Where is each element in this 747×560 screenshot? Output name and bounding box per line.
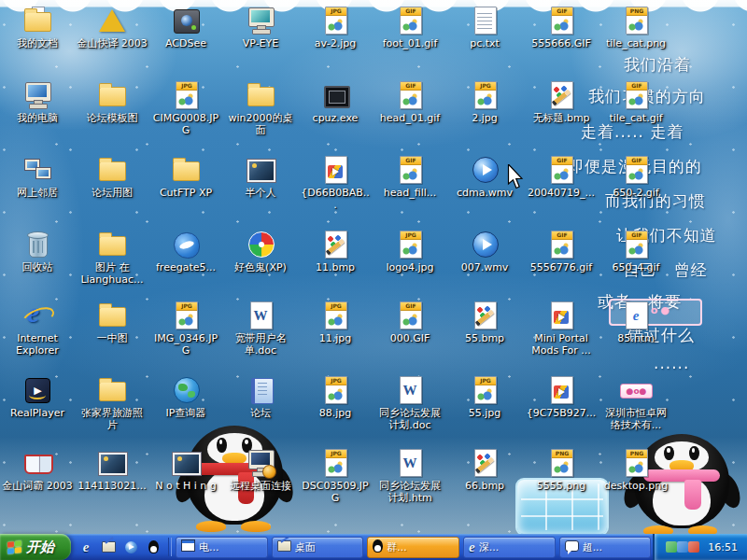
desktop-icon[interactable]: GIFhead_fill... <box>374 155 445 199</box>
desktop: 我们沿着我们习惯的方向走着..... 走着即便是漫无目的的而我们的习惯让我们不知… <box>0 0 747 560</box>
task-button[interactable]: 超... <box>559 537 652 558</box>
folder-icon <box>96 80 128 110</box>
bmp-icon <box>319 230 351 259</box>
desktop-icon[interactable]: {9C75B927... <box>526 375 597 419</box>
desktop-icon[interactable]: 无标题.bmp <box>526 80 597 124</box>
desktop-icon[interactable]: Mini Portal Mods For ... <box>526 301 597 357</box>
desktop-icon[interactable]: {D66B0BAB... <box>300 155 371 211</box>
tray-antivirus-icon[interactable] <box>666 541 677 553</box>
desktop-icon[interactable]: JPGCIMG0008.JPG <box>150 80 221 136</box>
desktop-icon[interactable]: 回收站 <box>2 230 73 273</box>
desktop-icon[interactable]: GIFfoot_01.gif <box>374 6 445 49</box>
folder-icon <box>96 301 128 330</box>
desktop-icon[interactable]: PNGtile_cat.png <box>600 6 671 49</box>
desktop-icon[interactable]: 好色鬼(XP) <box>225 230 296 273</box>
desktop-icon[interactable]: 图片 在 Lianghuac... <box>77 230 148 286</box>
desktop-icon[interactable]: ▶RealPlayer <box>2 375 73 419</box>
ie-icon: e <box>469 539 475 555</box>
task-button[interactable]: 电... <box>176 537 268 558</box>
desktop-icon[interactable]: e85.htm <box>600 301 671 344</box>
taskbar-clock[interactable]: 16:51 <box>708 541 738 553</box>
desktop-icon[interactable]: freegate5... <box>150 230 221 273</box>
desktop-icon[interactable]: 金山快译 2003 <box>77 6 148 49</box>
tray-alert-icon[interactable] <box>688 541 699 553</box>
desktop-icon[interactable]: W宽带用户名单.doc <box>225 301 296 357</box>
folder-icon <box>96 230 128 259</box>
desktop-icon[interactable]: GIFhead_01.gif <box>374 80 445 124</box>
desktop-icon[interactable]: W同乡论坛发展计划.doc <box>374 375 445 431</box>
desktop-icon[interactable]: 远程桌面连接 <box>225 448 296 492</box>
icon-label: 一中图 <box>97 332 128 344</box>
desktop-icon[interactable]: 007.wmv <box>449 230 520 273</box>
tray-messenger-icon[interactable] <box>677 541 688 553</box>
task-buttons: 电...桌面群...e深...超... <box>174 534 653 560</box>
desktop-icon[interactable]: pc.txt <box>449 6 520 49</box>
desktop-icon[interactable]: JPGDSC03509.JPG <box>300 448 371 504</box>
desktop-icon[interactable]: 张家界旅游照片 <box>77 375 148 431</box>
desktop-icon[interactable]: GIF555666.GIF <box>526 6 597 49</box>
desktop-icon[interactable]: ACDSee <box>150 6 221 49</box>
desktop-icon[interactable]: CutFTP XP <box>150 155 221 199</box>
start-button[interactable]: 开始 <box>0 534 71 560</box>
desktop-icon[interactable]: GIF5556776.gif <box>526 230 597 273</box>
media-icon <box>319 155 351 185</box>
desktop-icon[interactable]: IP查询器 <box>150 375 221 419</box>
folder-icon <box>96 375 128 405</box>
desktop-icon[interactable]: 金山词霸 2003 <box>2 448 73 492</box>
doc-icon: W <box>245 301 276 330</box>
internet-explorer-icon[interactable]: e <box>78 538 94 556</box>
desktop-icon[interactable]: 66.bmp <box>449 448 520 492</box>
desktop-icon[interactable]: N o t H i n g <box>150 448 221 492</box>
desktop-icon[interactable]: win2000的桌面 <box>225 80 296 136</box>
img-icon: GIF <box>545 155 577 185</box>
desktop-icon[interactable]: 114113021... <box>77 448 148 492</box>
folder-icon <box>245 80 276 110</box>
desktop-icon[interactable]: W同乡论坛发展计划.htm <box>374 448 445 504</box>
desktop-icon[interactable]: 我的文档 <box>2 6 73 49</box>
icon-label: cdma.wmv <box>457 187 513 199</box>
desktop-icon[interactable]: JPG11.jpg <box>300 301 371 344</box>
desktop-icon[interactable]: ●o●深圳市恒卓网络技术有... <box>600 375 671 431</box>
doc-icon: W <box>394 448 426 478</box>
qq-icon[interactable] <box>145 538 162 556</box>
icon-label: IP查询器 <box>166 407 206 419</box>
system-tray: 16:51 <box>653 534 747 560</box>
my-documents-icon <box>21 6 53 35</box>
desktop-icon[interactable]: cpuz.exe <box>300 80 371 124</box>
desktop-icon[interactable]: 论坛用图 <box>77 155 148 199</box>
desktop-icon[interactable]: 论坛 <box>225 375 296 419</box>
img-icon: JPG <box>319 6 351 35</box>
desktop-icon[interactable]: 我的电脑 <box>2 80 73 124</box>
show-desktop-icon[interactable] <box>100 538 117 556</box>
desktop-icon[interactable]: PNG5555.png <box>526 448 597 492</box>
globe-icon <box>170 375 202 405</box>
desktop-icon[interactable]: cdma.wmv <box>449 155 520 199</box>
desktop-icon[interactable]: JPGav-2.jpg <box>300 6 371 49</box>
task-button[interactable]: e深... <box>463 537 556 558</box>
task-button[interactable]: 群... <box>367 537 459 558</box>
desktop-icon[interactable]: JPGlogo4.jpg <box>374 230 445 273</box>
desktop-icon[interactable]: 网上邻居 <box>2 155 73 199</box>
desktop-icon[interactable]: PNGdesktop.png <box>600 448 671 492</box>
icon-label: 5555.png <box>537 480 585 492</box>
desktop-icon[interactable]: GIF000.GIF <box>374 301 445 344</box>
desktop-icon[interactable]: eInternet Explorer <box>2 301 73 357</box>
desktop-icon[interactable]: GIF650-2.gif <box>600 155 671 199</box>
desktop-icon[interactable]: 55.bmp <box>449 301 520 344</box>
desktop-icon[interactable]: VP-EYE <box>225 6 296 49</box>
desktop-icon[interactable]: 一中图 <box>77 301 148 344</box>
desktop-icon[interactable]: GIF650_4.gif <box>600 230 671 273</box>
img-icon: GIF <box>394 80 426 110</box>
icon-label: 无标题.bmp <box>532 112 589 124</box>
desktop-icon[interactable]: JPG2.jpg <box>449 80 520 124</box>
desktop-icon[interactable]: JPGIMG_0346.JPG <box>150 301 221 357</box>
desktop-icon[interactable]: 半个人 <box>225 155 296 199</box>
desktop-icon[interactable]: GIFtile_cat.gif <box>600 80 671 124</box>
desktop-icon[interactable]: JPG55.jpg <box>449 375 520 419</box>
media-player-icon[interactable] <box>122 538 139 556</box>
desktop-icon[interactable]: 11.bmp <box>300 230 371 273</box>
desktop-icon[interactable]: JPG88.jpg <box>300 375 371 419</box>
desktop-icon[interactable]: 论坛模板图 <box>77 80 148 124</box>
task-button[interactable]: 桌面 <box>272 537 364 558</box>
desktop-icon[interactable]: GIF20040719_... <box>526 155 597 199</box>
